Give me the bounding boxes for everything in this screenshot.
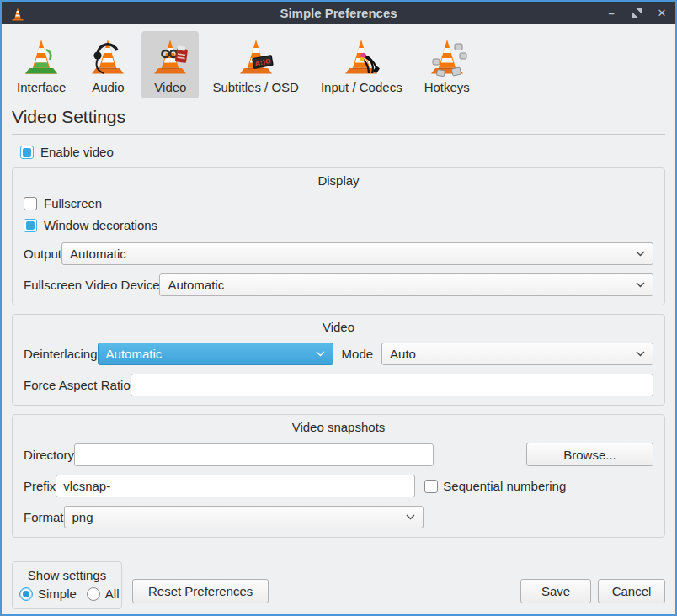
window-decorations-label: Window decorations (44, 218, 157, 232)
show-settings-title: Show settings (19, 566, 115, 587)
vlc-logo-icon (10, 5, 25, 22)
tab-label: Hotkeys (424, 80, 470, 94)
chevron-down-icon (316, 351, 325, 357)
output-label: Output (24, 247, 61, 261)
tab-label: Audio (92, 80, 124, 94)
audio-icon (88, 36, 128, 77)
preferences-window: Simple Preferences – ✕ Int (0, 0, 677, 616)
video-group-title: Video (24, 318, 653, 335)
snapshots-group-title: Video snapshots (24, 418, 653, 435)
deinterlacing-label: Deinterlacing (24, 347, 98, 361)
tab-interface[interactable]: Interface (8, 31, 74, 98)
tab-input-codecs[interactable]: Input / Codecs (312, 31, 411, 98)
force-aspect-ratio-label: Force Aspect Ratio (24, 378, 131, 392)
cancel-button[interactable]: Cancel (598, 579, 665, 603)
reset-preferences-button[interactable]: Reset Preferences (132, 579, 269, 603)
show-settings-group: Show settings Simple All (12, 561, 122, 609)
window-title: Simple Preferences (2, 6, 675, 20)
video-icon (150, 36, 190, 77)
chevron-down-icon (636, 351, 645, 357)
restore-button[interactable] (630, 8, 643, 18)
mode-label: Mode (342, 347, 374, 361)
all-radio[interactable] (87, 587, 100, 601)
snapshots-group: Video snapshots Directory Browse... Pref… (12, 414, 665, 538)
sequential-numbering-label: Sequential numbering (443, 479, 566, 493)
tab-video[interactable]: Video (141, 31, 199, 98)
enable-video-checkbox[interactable] (20, 146, 34, 159)
close-button[interactable]: ✕ (655, 8, 669, 19)
fullscreen-video-device-select[interactable]: Automatic (159, 273, 653, 296)
subtitles-icon: A:)O (236, 36, 276, 77)
simple-radio-label: Simple (38, 587, 77, 601)
tab-subtitles[interactable]: A:)O Subtitles / OSD (204, 31, 307, 98)
all-radio-label: All (105, 587, 120, 601)
titlebar: Simple Preferences – ✕ (2, 2, 675, 24)
chevron-down-icon (636, 282, 645, 288)
tab-label: Subtitles / OSD (212, 80, 299, 94)
preferences-toolbar: Interface Audio (2, 24, 675, 102)
chevron-down-icon (636, 251, 645, 257)
input-codecs-icon (341, 36, 381, 77)
deinterlacing-select[interactable]: Automatic (98, 343, 333, 365)
format-label: Format (24, 510, 64, 524)
enable-video-label: Enable video (40, 145, 114, 159)
directory-label: Directory (24, 448, 74, 462)
fullscreen-video-device-label: Fullscreen Video Device (24, 278, 159, 292)
force-aspect-ratio-input[interactable] (131, 374, 653, 396)
page-title: Video Settings (12, 107, 665, 127)
output-select[interactable]: Automatic (61, 242, 653, 265)
save-button[interactable]: Save (520, 579, 591, 603)
restore-icon (632, 8, 642, 18)
tab-audio[interactable]: Audio (79, 31, 136, 98)
fullscreen-checkbox[interactable] (24, 197, 37, 210)
directory-input[interactable] (74, 443, 434, 466)
heading-divider (12, 134, 665, 135)
fullscreen-label: Fullscreen (44, 196, 102, 210)
mode-select[interactable]: Auto (381, 343, 653, 365)
prefix-label: Prefix (24, 479, 56, 493)
display-group: Display Fullscreen Window decorations Ou… (12, 167, 665, 305)
chevron-down-icon (406, 514, 415, 520)
sequential-numbering-checkbox[interactable] (424, 480, 438, 493)
format-select[interactable]: png (64, 506, 424, 528)
footer: Show settings Simple All Reset Preferenc… (12, 561, 665, 609)
minimize-button[interactable]: – (605, 8, 618, 19)
content: Video Settings Enable video Display Full… (2, 102, 675, 614)
simple-radio[interactable] (19, 587, 33, 601)
tab-label: Video (154, 80, 186, 94)
display-group-title: Display (24, 172, 653, 189)
browse-button[interactable]: Browse... (526, 443, 653, 466)
tab-label: Interface (17, 80, 66, 94)
prefix-input[interactable] (56, 475, 415, 497)
interface-icon (21, 36, 61, 77)
tab-label: Input / Codecs (321, 80, 402, 94)
window-decorations-checkbox[interactable] (24, 219, 37, 232)
tab-hotkeys[interactable]: Hotkeys (416, 31, 478, 98)
video-group: Video Deinterlacing Automatic Mode Auto (12, 314, 665, 406)
hotkeys-icon (427, 36, 467, 77)
